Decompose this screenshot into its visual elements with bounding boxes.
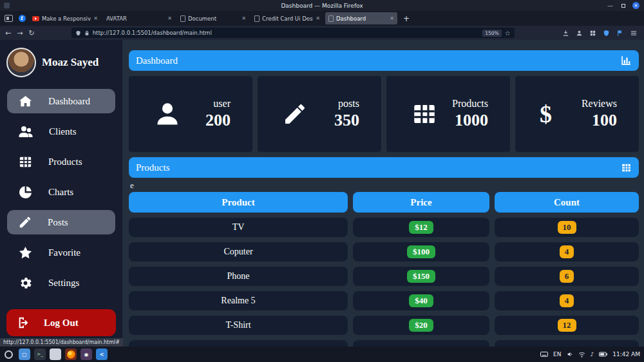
firefox-logo: [67, 350, 75, 359]
window-title: Dashboard — Mozilla Firefox: [0, 3, 644, 9]
downloads-icon[interactable]: [562, 30, 569, 37]
pinned-tab-facebook[interactable]: f: [17, 14, 27, 24]
clock[interactable]: 11:42 AM: [612, 351, 640, 357]
tab-glass-website[interactable]: Make a Responsive Glass W ✕: [29, 12, 101, 24]
vscode-app-icon[interactable]: <: [96, 348, 108, 360]
pencil-icon: [282, 101, 308, 127]
count-badge: 10: [558, 221, 576, 234]
sidebar-item-charts[interactable]: Charts: [7, 180, 115, 204]
cell-product: Realme 5: [129, 291, 348, 310]
reload-icon[interactable]: ↻: [28, 30, 34, 37]
stat-card-users: user 200: [129, 76, 252, 152]
logout-button[interactable]: Log Out: [6, 309, 116, 336]
facebook-icon: f: [19, 15, 26, 22]
tab-close-icon[interactable]: ✕: [167, 15, 172, 21]
zoom-level[interactable]: 150%: [482, 30, 501, 37]
page-title: Dashboard: [136, 55, 178, 66]
maximize-button[interactable]: [620, 2, 627, 9]
stat-label: user: [205, 98, 231, 110]
tab-close-icon[interactable]: ✕: [93, 15, 98, 21]
pie-chart-icon: [18, 185, 33, 200]
products-table: Product Price Count TV $12 10 Coputer $1…: [129, 192, 639, 347]
stat-card-products: Products 1000: [386, 76, 510, 152]
page-icon: [180, 15, 185, 22]
sidebar-item-clients[interactable]: Clients: [7, 119, 115, 144]
dollar-icon: $: [540, 100, 552, 128]
tab-avatar[interactable]: AVATAR ✕: [103, 12, 175, 24]
taskbar: ▢ >_ ◉ < EN ♪ 11:42 AM: [0, 347, 644, 362]
text-editor-app-icon[interactable]: [50, 348, 61, 360]
cell-price: $100: [353, 242, 489, 262]
sidebar-item-settings[interactable]: Settings: [7, 271, 115, 295]
tab-close-icon[interactable]: ✕: [316, 15, 320, 21]
star-icon: [18, 245, 33, 260]
main-content: Dashboard user 200 posts 350: [122, 40, 644, 347]
extensions-icon[interactable]: [589, 30, 596, 37]
tab-close-icon[interactable]: ✕: [390, 15, 394, 21]
sidebar-item-posts[interactable]: Posts: [7, 210, 115, 234]
firefox-app-icon[interactable]: [65, 348, 77, 360]
minimize-button[interactable]: —: [607, 2, 614, 9]
image-app-icon[interactable]: ◉: [80, 348, 92, 360]
stats-row: user 200 posts 350 Products 1000: [129, 76, 639, 152]
column-header-product: Product: [129, 192, 348, 213]
terminal-app-icon[interactable]: >_: [34, 348, 46, 360]
bookmark-star-icon[interactable]: ☆: [505, 30, 511, 37]
window-titlebar: Dashboard — Mozilla Firefox — ✕: [0, 0, 644, 11]
tab-credit-card[interactable]: Credit Card Ui Design ✕: [251, 12, 323, 24]
wifi-icon[interactable]: [578, 352, 585, 357]
activities-icon[interactable]: [5, 350, 13, 359]
column-header-price: Price: [353, 192, 489, 213]
files-app-icon[interactable]: ▢: [19, 348, 30, 360]
stat-value: 200: [205, 111, 231, 130]
keyboard-icon[interactable]: [540, 352, 548, 357]
battery-icon[interactable]: [599, 352, 607, 357]
cell-product: TV: [129, 218, 348, 237]
new-tab-button[interactable]: +: [399, 14, 413, 23]
tab-close-icon[interactable]: ✕: [242, 15, 246, 21]
logout-icon: [17, 316, 31, 330]
flag-extension-icon[interactable]: [616, 30, 623, 37]
avatar: [6, 48, 36, 77]
profile-section: Moaz Sayed: [0, 40, 122, 84]
count-badge: 4: [560, 245, 574, 258]
tracking-shield-icon[interactable]: [75, 30, 81, 36]
tab-dashboard-active[interactable]: Dashboard ✕: [325, 12, 397, 24]
chart-icon[interactable]: [620, 55, 632, 66]
stat-label: posts: [334, 98, 359, 110]
price-badge: $150: [407, 270, 435, 283]
sidebar-item-products[interactable]: Products: [7, 149, 115, 174]
partially-visible-row: [353, 340, 489, 347]
partially-visible-row: [495, 340, 639, 347]
address-bar[interactable]: http://127.0.0.1:5501/dashboard/main.htm…: [71, 28, 515, 38]
page-viewport: Moaz Sayed Dashboard Clients Products C: [0, 40, 644, 347]
account-icon[interactable]: [576, 30, 583, 37]
pencil-icon: [18, 215, 32, 229]
close-button[interactable]: ✕: [632, 2, 639, 9]
count-badge: 6: [560, 270, 574, 283]
gear-icon: [18, 276, 33, 291]
table-icon: [411, 100, 438, 128]
sidebar-item-dashboard[interactable]: Dashboard: [7, 89, 115, 113]
cell-count: 6: [495, 267, 639, 286]
sidebar-item-favorite[interactable]: Favorite: [7, 240, 115, 265]
cell-count: 12: [495, 316, 639, 335]
stat-card-posts: posts 350: [258, 76, 381, 152]
firefox-view-icon[interactable]: [5, 15, 13, 22]
ublock-shield-icon[interactable]: [603, 30, 610, 37]
volume-icon[interactable]: [567, 351, 573, 357]
cell-product: T-Shirt: [129, 316, 348, 335]
input-language[interactable]: EN: [553, 351, 561, 357]
stat-value: 1000: [452, 111, 488, 130]
cell-product: Coputer: [129, 242, 348, 262]
forward-icon[interactable]: →: [17, 30, 23, 37]
table-icon[interactable]: [621, 162, 632, 173]
menu-icon[interactable]: [630, 30, 638, 37]
tab-bar: f Make a Responsive Glass W ✕ AVATAR ✕ D…: [0, 11, 644, 26]
price-badge: $40: [409, 294, 433, 307]
section-title: Products: [136, 162, 170, 173]
back-icon[interactable]: ←: [5, 30, 11, 37]
tab-document[interactable]: Document ✕: [177, 12, 249, 24]
price-badge: $20: [409, 319, 433, 332]
cell-price: $20: [353, 316, 489, 335]
